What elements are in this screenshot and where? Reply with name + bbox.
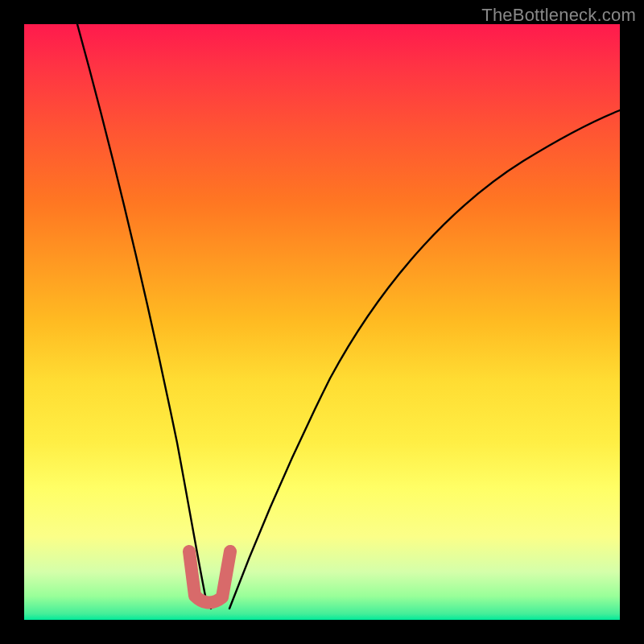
bottleneck-curve-right — [229, 110, 620, 609]
optimal-range-marker — [189, 551, 230, 603]
bottleneck-curve-left — [77, 24, 211, 609]
bottleneck-chart — [24, 24, 620, 620]
attribution-text: TheBottleneck.com — [481, 5, 636, 26]
chart-svg — [24, 24, 620, 620]
